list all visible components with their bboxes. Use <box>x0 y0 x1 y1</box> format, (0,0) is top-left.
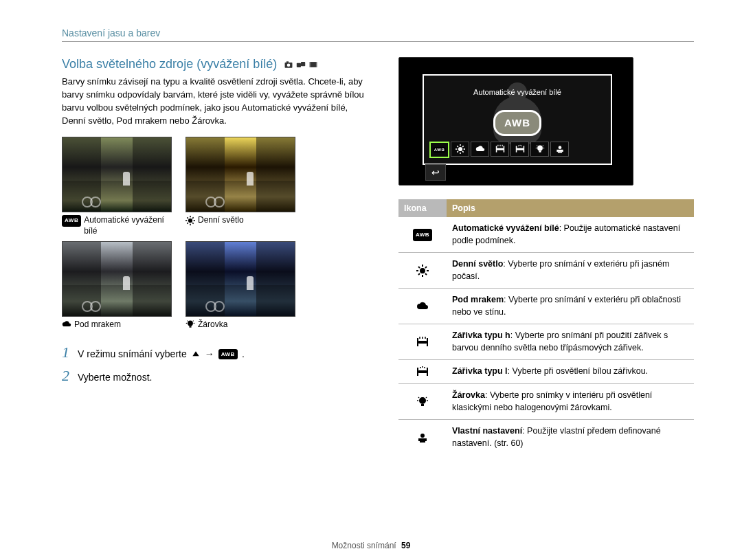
row-desc-cell: Denní světlo: Vyberte pro snímání v exte… <box>447 253 694 289</box>
row-title: Pod mrakem <box>452 295 504 304</box>
row-title: Automatické vyvážení bílé <box>452 223 559 233</box>
sun-icon <box>186 215 195 226</box>
row-desc-cell: Automatické vyvážení bílé: Použije autom… <box>447 217 694 253</box>
section-title-row: Volba světelného zdroje (vyvážení bílé) <box>62 57 364 71</box>
table-row: Pod mrakem: Vyberte pro snímání v exteri… <box>398 289 694 324</box>
example-awb: AWB Automatické vyvážení bílé <box>62 137 172 236</box>
wb-option-sun[interactable] <box>451 142 469 157</box>
page-number: 59 <box>401 541 410 550</box>
example-grid: AWB Automatické vyvážení bílé Denní svět… <box>62 137 364 330</box>
example-cloudy: Pod mrakem <box>62 241 172 331</box>
wb-option-custom[interactable] <box>550 142 569 157</box>
step-number: 2 <box>62 367 69 385</box>
row-icon-cell <box>398 384 447 420</box>
back-button[interactable]: ↩ <box>425 164 446 181</box>
menu-up-icon <box>191 348 201 359</box>
table-row: Zářivka typu h: Vyberte pro snímání při … <box>398 324 694 360</box>
table-row: Zářivka typu l: Vyberte při osvětlení bí… <box>398 360 694 384</box>
divider <box>62 41 694 42</box>
table-header-desc: Popis <box>447 199 694 217</box>
row-desc-cell: Zářivka typu l: Vyberte při osvětlení bí… <box>447 360 694 384</box>
wb-option-awb[interactable]: AWB <box>429 142 449 158</box>
wb-option-cloud[interactable] <box>471 142 489 157</box>
example-label: Denní světlo <box>198 215 244 226</box>
step-text: V režimu snímání vyberte <box>78 348 187 359</box>
row-icon-cell <box>398 289 447 324</box>
row-text: : Vyberte při osvětlení bílou zářivkou. <box>508 366 649 376</box>
table-row: Vlastní nastavení: Použijte vlastní před… <box>398 420 694 456</box>
page-footer: Možnosti snímání 59 <box>0 541 742 550</box>
description-table: Ikona Popis AWBAutomatické vyvážení bílé… <box>398 199 694 455</box>
example-daylight: Denní světlo <box>186 137 295 236</box>
wb-option-row: AWB <box>429 142 569 158</box>
row-desc-cell: Zářivka typu h: Vyberte pro snímání při … <box>447 324 694 360</box>
step-number: 1 <box>62 344 69 361</box>
table-header-icon: Ikona <box>398 199 447 217</box>
example-label: Pod mrakem <box>74 320 121 331</box>
awb-pill-icon: AWB <box>62 215 81 226</box>
bulb-icon <box>186 320 195 331</box>
step-text-after: . <box>242 348 245 359</box>
table-row: Denní světlo: Vyberte pro snímání v exte… <box>398 253 694 289</box>
row-title: Žárovka <box>452 390 485 400</box>
footer-label: Možnosti snímání <box>332 541 396 550</box>
custom-icon <box>416 432 429 444</box>
intro-text: Barvy snímku závisejí na typu a kvalitě … <box>62 76 364 127</box>
arrow: → <box>205 348 214 359</box>
camera-ui-preview: Automatické vyvážení bílé AWB AWB ↩ <box>398 57 633 186</box>
sun-icon <box>416 265 429 277</box>
row-desc-cell: Žárovka: Vyberte pro snímky v interiéru … <box>447 384 694 420</box>
dual-icon <box>296 60 306 69</box>
wb-option-bulb[interactable] <box>530 142 549 157</box>
row-title: Zářivka typu h <box>452 331 510 340</box>
example-label: Automatické vyvážení bílé <box>84 215 172 236</box>
bulb-icon <box>416 396 429 408</box>
table-row: AWBAutomatické vyvážení bílé: Použije au… <box>398 217 694 253</box>
row-desc-cell: Vlastní nastavení: Použijte vlastní před… <box>447 420 694 456</box>
section-title: Volba světelného zdroje (vyvážení bílé) <box>62 57 277 71</box>
cloud-icon <box>416 300 429 313</box>
step-2: 2 Vyberte možnost. <box>62 367 364 385</box>
breadcrumb: Nastavení jasu a barev <box>62 27 694 38</box>
awb-badge: AWB <box>493 110 541 136</box>
row-icon-cell <box>398 420 447 456</box>
row-icon-cell <box>398 324 447 360</box>
step-1: 1 V režimu snímání vyberte → AWB. <box>62 344 364 361</box>
fluor-h-icon <box>416 336 429 348</box>
row-title: Vlastní nastavení <box>452 426 522 436</box>
example-tungsten: Žárovka <box>186 241 295 331</box>
awb-pill-icon: AWB <box>218 349 238 359</box>
row-icon-cell <box>398 360 447 384</box>
film-icon <box>308 60 318 69</box>
wb-option-fluor-h[interactable] <box>491 142 509 157</box>
preview-label: Automatické vyvážení bílé <box>424 88 611 96</box>
table-row: Žárovka: Vyberte pro snímky v interiéru … <box>398 384 694 420</box>
row-title: Zářivka typu l <box>452 366 508 376</box>
awb-pill-icon: AWB <box>413 229 432 240</box>
step-text: Vyberte možnost. <box>78 372 152 383</box>
row-icon-cell: AWB <box>398 217 447 253</box>
row-icon-cell <box>398 253 447 289</box>
cloud-icon <box>62 320 71 331</box>
fluor-l-icon <box>416 366 429 378</box>
row-desc-cell: Pod mrakem: Vyberte pro snímání v exteri… <box>447 289 694 324</box>
wb-option-fluor-l[interactable] <box>510 142 529 157</box>
camera-icon <box>284 60 293 69</box>
row-title: Denní světlo <box>452 259 503 269</box>
example-label: Žárovka <box>198 320 227 331</box>
